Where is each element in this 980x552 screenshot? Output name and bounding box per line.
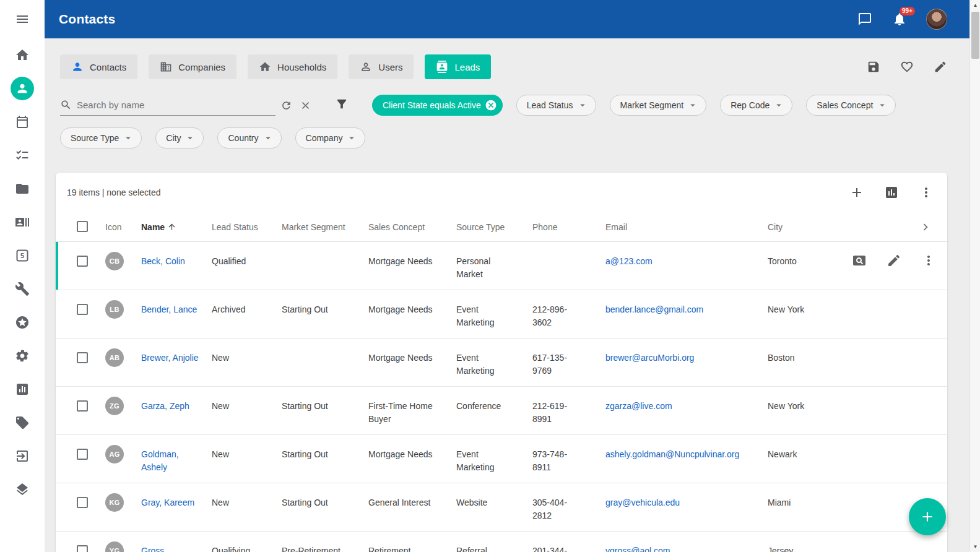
- email-link[interactable]: ygross@aol.com: [605, 546, 670, 552]
- row-checkbox[interactable]: [77, 545, 88, 552]
- tab-leads[interactable]: Leads: [425, 54, 491, 79]
- filter-button[interactable]: [335, 97, 349, 113]
- filter-chip-rep-code[interactable]: Rep Code: [720, 95, 792, 116]
- edit-icon[interactable]: [934, 60, 947, 74]
- refresh-icon[interactable]: [280, 100, 292, 111]
- filter-chip-client-state[interactable]: Client State equals Active: [372, 95, 503, 116]
- column-header-phone[interactable]: Phone: [532, 222, 605, 232]
- lead-status-cell: New: [212, 448, 282, 461]
- chip-label: City: [166, 133, 181, 143]
- sidebar-item-home[interactable]: [0, 38, 45, 72]
- filter-chip-source-type[interactable]: Source Type: [60, 127, 142, 149]
- more-options-icon[interactable]: [919, 185, 934, 200]
- row-checkbox[interactable]: [77, 304, 88, 315]
- menu-button[interactable]: [0, 0, 45, 38]
- filter-chip-lead-status[interactable]: Lead Status: [516, 95, 596, 116]
- bar-chart-icon: [15, 382, 30, 397]
- contact-name-link[interactable]: Goldman, Ashely: [141, 449, 179, 472]
- tab-households[interactable]: Households: [248, 54, 337, 79]
- filter-chip-country[interactable]: Country: [217, 127, 281, 149]
- select-all-checkbox[interactable]: [77, 221, 88, 232]
- table-row[interactable]: YG Gross, Qualifying Pre-Retirement Reti…: [56, 532, 947, 552]
- filter-chip-market-segment[interactable]: Market Segment: [610, 95, 707, 116]
- add-contact-fab[interactable]: [909, 498, 946, 535]
- row-menu-icon[interactable]: [921, 253, 936, 268]
- column-header-icon[interactable]: Icon: [105, 222, 141, 232]
- chip-label: Client State equals Active: [383, 100, 481, 110]
- more-columns-icon[interactable]: [919, 220, 932, 234]
- column-header-lead-status[interactable]: Lead Status: [212, 222, 282, 232]
- chevron-down-icon: [262, 132, 274, 144]
- sidebar-item-documents[interactable]: [0, 172, 45, 205]
- contact-name-link[interactable]: Beck, Colin: [141, 256, 185, 266]
- sidebar-item-contact-cards[interactable]: [0, 205, 45, 239]
- table-row[interactable]: KG Gray, Kareem New Starting Out General…: [56, 483, 947, 532]
- row-checkbox[interactable]: [77, 497, 88, 508]
- favorite-icon[interactable]: [900, 60, 914, 74]
- scroll-down-arrow[interactable]: ▼: [970, 541, 980, 552]
- email-link[interactable]: zgarza@live.com: [605, 401, 672, 411]
- email-link[interactable]: ashely.goldman@Nuncpulvinar.org: [605, 449, 739, 459]
- contact-name-link[interactable]: Gray, Kareem: [141, 498, 194, 507]
- sidebar-item-layers[interactable]: [0, 473, 45, 506]
- chip-label: Sales Concept: [817, 100, 873, 110]
- notifications-button[interactable]: 99+: [891, 11, 908, 27]
- chevron-down-icon: [877, 100, 888, 111]
- search-input[interactable]: [77, 100, 275, 110]
- table-row[interactable]: AB Brewer, Anjolie New Mortgage Needs Ev…: [56, 339, 947, 387]
- sidebar-item-tasks[interactable]: [0, 139, 45, 172]
- filter-chip-city[interactable]: City: [155, 127, 204, 149]
- clear-search-icon[interactable]: [300, 100, 311, 111]
- sales-concept-cell: Mortgage Needs: [368, 448, 456, 461]
- scrollbar-thumb[interactable]: [971, 12, 979, 59]
- tab-users[interactable]: Users: [349, 54, 414, 79]
- vertical-scrollbar[interactable]: ▲ ▼: [969, 0, 980, 552]
- table-row[interactable]: LB Bender, Lance Archived Starting Out M…: [56, 290, 947, 339]
- filter-chip-sales-concept[interactable]: Sales Concept: [806, 95, 896, 116]
- email-link[interactable]: a@123.com: [605, 256, 653, 266]
- row-checkbox[interactable]: [77, 400, 88, 412]
- market-segment-cell: Pre-Retirement: [282, 545, 368, 552]
- save-icon[interactable]: [867, 60, 880, 74]
- contact-name-link[interactable]: Brewer, Anjolie: [141, 353, 199, 363]
- filter-chip-company[interactable]: Company: [295, 127, 366, 149]
- remove-filter-icon[interactable]: [485, 99, 497, 111]
- column-header-sales-concept[interactable]: Sales Concept: [368, 222, 456, 232]
- sidebar-item-settings[interactable]: [0, 339, 45, 373]
- column-header-name[interactable]: Name: [141, 222, 212, 232]
- edit-row-icon[interactable]: [887, 253, 901, 268]
- row-checkbox[interactable]: [77, 256, 88, 267]
- table-row[interactable]: AG Goldman, Ashely New Starting Out Mort…: [56, 435, 947, 483]
- sidebar-item-tags[interactable]: [0, 406, 45, 439]
- table-row[interactable]: ZG Garza, Zeph New Starting Out First-Ti…: [56, 387, 947, 435]
- email-link[interactable]: gray@vehicula.edu: [605, 498, 680, 507]
- table-row[interactable]: CB Beck, Colin Qualified Mortgage Needs …: [56, 242, 947, 290]
- sidebar-item-calendar[interactable]: [0, 105, 45, 139]
- sidebar-item-signin[interactable]: [0, 439, 45, 473]
- tab-contacts[interactable]: Contacts: [60, 54, 137, 79]
- city-cell: Jersey: [768, 545, 854, 552]
- messages-button[interactable]: [857, 11, 873, 27]
- tab-companies[interactable]: Companies: [149, 54, 236, 79]
- user-avatar[interactable]: [926, 9, 947, 30]
- column-header-market-segment[interactable]: Market Segment: [282, 222, 368, 232]
- sidebar-item-contacts[interactable]: [0, 72, 45, 105]
- sidebar-item-tools[interactable]: [0, 272, 45, 306]
- chart-icon[interactable]: [884, 185, 899, 200]
- contact-name-link[interactable]: Gross,: [141, 546, 167, 552]
- email-link[interactable]: bender.lance@gmail.com: [605, 304, 703, 314]
- column-header-source-type[interactable]: Source Type: [456, 222, 532, 232]
- sidebar-item-five[interactable]: 5: [0, 239, 45, 272]
- sidebar-item-reports[interactable]: [0, 373, 45, 406]
- contact-name-link[interactable]: Garza, Zeph: [141, 401, 189, 411]
- row-checkbox[interactable]: [77, 449, 88, 460]
- preview-icon[interactable]: [852, 253, 867, 268]
- row-checkbox[interactable]: [77, 352, 88, 363]
- add-icon[interactable]: [849, 185, 864, 200]
- sidebar-item-favorites[interactable]: [0, 306, 45, 339]
- contact-name-link[interactable]: Bender, Lance: [141, 304, 197, 314]
- column-header-city[interactable]: City: [768, 222, 854, 232]
- column-header-email[interactable]: Email: [605, 222, 768, 232]
- email-link[interactable]: brewer@arcuMorbi.org: [605, 353, 694, 363]
- scroll-up-arrow[interactable]: ▲: [970, 0, 980, 11]
